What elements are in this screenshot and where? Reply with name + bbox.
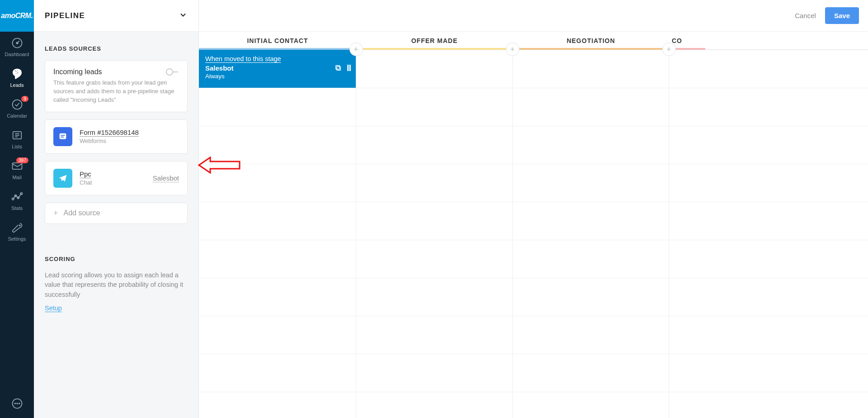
badge: 397 — [16, 157, 28, 163]
stage-label: INITIAL CONTACT — [247, 37, 308, 44]
nav-calendar[interactable]: 9 Calendar — [0, 93, 34, 124]
leads-icon: $ — [9, 67, 25, 81]
svg-point-3 — [12, 100, 22, 109]
stage-negotiation[interactable]: NEGOTIATION + — [513, 32, 669, 49]
save-button[interactable]: Save — [825, 7, 859, 24]
gauge-icon — [9, 36, 25, 50]
svg-rect-24 — [336, 66, 340, 69]
svg-point-1 — [16, 42, 18, 44]
nav-label: Lists — [12, 144, 22, 149]
scoring-desc: Lead scoring allows you to assign each l… — [45, 271, 188, 300]
logo-text: amoCRM. — [1, 12, 33, 20]
svg-point-13 — [19, 225, 20, 226]
pipeline-title: PIPELINE — [45, 11, 179, 20]
add-trigger-button[interactable]: + — [349, 43, 363, 56]
cancel-button[interactable]: Cancel — [795, 12, 816, 19]
telegram-icon — [53, 169, 72, 188]
trigger-card[interactable]: When moved to this stage Salesbot Always — [199, 50, 356, 88]
nav-leads[interactable]: $ Leads — [0, 62, 34, 93]
svg-point-18 — [166, 69, 173, 75]
left-panel: PIPELINE LEADS SOURCES Incoming leads Th… — [34, 0, 199, 418]
nav-label: Dashboard — [5, 52, 29, 57]
main-nav: amoCRM. Dashboard $ Leads 9 Calendar Lis… — [0, 0, 34, 418]
svg-point-12 — [20, 193, 22, 195]
source-sub: Webforms — [80, 138, 179, 144]
source-title[interactable]: Ppc — [80, 170, 146, 178]
svg-rect-22 — [61, 137, 63, 138]
nav-mail[interactable]: 397 Mail — [0, 155, 34, 185]
incoming-leads-title: Incoming leads — [53, 68, 102, 76]
svg-point-16 — [17, 403, 18, 404]
stage-header: INITIAL CONTACT + OFFER MADE + NEGOTIATI… — [199, 32, 868, 50]
plus-icon: + — [53, 209, 58, 218]
badge: 9 — [21, 96, 28, 102]
add-source-label: Add source — [64, 209, 100, 217]
copy-icon[interactable] — [334, 64, 342, 74]
source-title[interactable]: Form #1526698148 — [80, 128, 179, 136]
incoming-leads-desc: This feature grabs leads from your lead … — [53, 79, 179, 104]
trigger-condition[interactable]: When moved to this stage — [205, 55, 349, 62]
svg-rect-21 — [61, 135, 65, 136]
pipeline-header[interactable]: PIPELINE — [34, 0, 198, 32]
pipeline-grid: When moved to this stage Salesbot Always — [199, 50, 868, 418]
top-actions: Cancel Save — [199, 0, 868, 32]
source-card-form[interactable]: Form #1526698148 Webforms — [45, 119, 188, 154]
nav-stats[interactable]: Stats — [0, 185, 34, 216]
nav-label: Leads — [10, 82, 24, 88]
main-area: Cancel Save INITIAL CONTACT + OFFER MADE… — [199, 0, 868, 418]
nav-chat[interactable] — [0, 389, 34, 418]
stage-initial-contact[interactable]: INITIAL CONTACT + — [199, 32, 356, 49]
svg-rect-20 — [60, 133, 66, 139]
webform-icon — [53, 127, 72, 146]
stage-label: NEGOTIATION — [566, 37, 615, 44]
wrench-icon — [9, 221, 25, 234]
leads-sources-title: LEADS SOURCES — [45, 45, 188, 52]
scoring-setup-link[interactable]: Setup — [45, 304, 188, 312]
source-card-ppc[interactable]: Ppc Chat Salesbot — [45, 161, 188, 195]
trigger-frequency: Always — [205, 73, 349, 80]
svg-rect-23 — [337, 66, 340, 70]
logo[interactable]: amoCRM. — [0, 0, 34, 32]
chevron-down-icon — [179, 10, 188, 21]
stage-label: OFFER MADE — [411, 37, 458, 44]
add-trigger-button[interactable]: + — [506, 43, 519, 56]
stats-icon — [9, 190, 25, 204]
source-salesbot-link[interactable]: Salesbot — [153, 174, 179, 182]
add-source-button[interactable]: + Add source — [45, 203, 188, 224]
stage-offer-made[interactable]: OFFER MADE + — [356, 32, 513, 49]
trigger-title: Salesbot — [205, 64, 349, 72]
svg-point-15 — [14, 403, 15, 404]
svg-point-17 — [19, 403, 19, 404]
add-trigger-button[interactable]: + — [662, 43, 676, 56]
svg-rect-8 — [12, 163, 22, 169]
incoming-leads-card: Incoming leads This feature grabs leads … — [45, 60, 188, 112]
nav-label: Settings — [8, 236, 26, 242]
chat-icon — [11, 397, 24, 410]
nav-settings[interactable]: Settings — [0, 216, 34, 247]
scoring-title: SCORING — [45, 256, 188, 262]
nav-label: Stats — [11, 205, 23, 211]
nav-label: Calendar — [7, 113, 27, 119]
nav-lists[interactable]: Lists — [0, 124, 34, 155]
drag-handle-icon[interactable] — [347, 64, 351, 74]
list-icon — [9, 128, 25, 142]
svg-text:$: $ — [14, 69, 18, 76]
incoming-leads-toggle[interactable] — [165, 68, 179, 76]
source-sub: Chat — [80, 179, 146, 186]
nav-label: Mail — [12, 175, 21, 180]
nav-dashboard[interactable]: Dashboard — [0, 32, 34, 62]
stage-label: CO — [672, 37, 682, 44]
